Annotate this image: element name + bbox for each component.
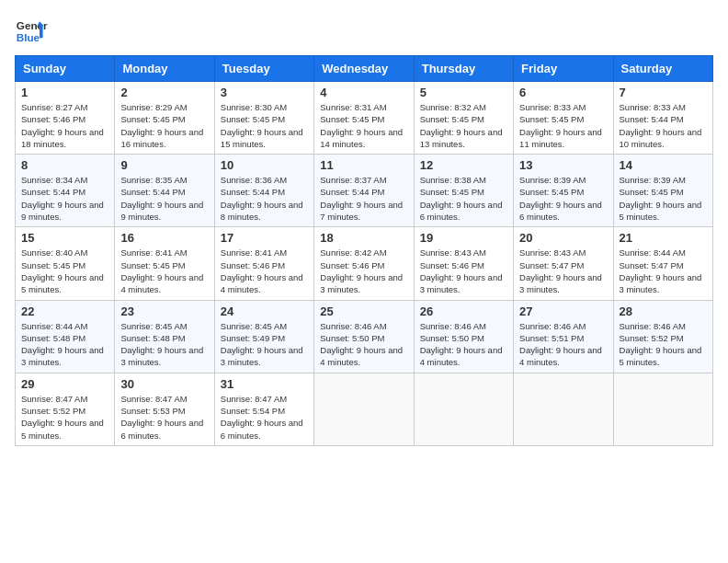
day-number: 1: [21, 86, 108, 99]
cell-content: Sunrise: 8:32 AM Sunset: 5:45 PM Dayligh…: [420, 101, 507, 150]
day-number: 30: [120, 377, 208, 391]
cell-content: Sunrise: 8:41 AM Sunset: 5:46 PM Dayligh…: [221, 247, 308, 295]
calendar-cell: 28 Sunrise: 8:46 AM Sunset: 5:52 PM Dayl…: [613, 300, 712, 373]
calendar-cell: 11 Sunrise: 8:37 AM Sunset: 5:44 PM Dayl…: [314, 155, 414, 227]
day-number: 19: [420, 231, 507, 245]
calendar-cell: [514, 373, 613, 445]
calendar-cell: 29 Sunrise: 8:47 AM Sunset: 5:52 PM Dayl…: [16, 373, 115, 445]
cell-content: Sunrise: 8:41 AM Sunset: 5:45 PM Dayligh…: [120, 247, 208, 295]
cell-content: Sunrise: 8:33 AM Sunset: 5:44 PM Dayligh…: [620, 101, 707, 150]
cell-content: Sunrise: 8:43 AM Sunset: 5:47 PM Dayligh…: [519, 247, 607, 295]
cell-content: Sunrise: 8:42 AM Sunset: 5:46 PM Dayligh…: [320, 247, 407, 295]
calendar-cell: 3 Sunrise: 8:30 AM Sunset: 5:45 PM Dayli…: [214, 82, 313, 155]
calendar-cell: 4 Sunrise: 8:31 AM Sunset: 5:45 PM Dayli…: [314, 82, 414, 155]
calendar-cell: 10 Sunrise: 8:36 AM Sunset: 5:44 PM Dayl…: [214, 155, 313, 227]
day-number: 27: [519, 304, 607, 318]
day-header-friday: Friday: [514, 56, 613, 82]
cell-content: Sunrise: 8:27 AM Sunset: 5:46 PM Dayligh…: [21, 101, 108, 150]
calendar-cell: 1 Sunrise: 8:27 AM Sunset: 5:46 PM Dayli…: [16, 82, 115, 155]
day-number: 11: [320, 158, 407, 172]
calendar-cell: 23 Sunrise: 8:45 AM Sunset: 5:48 PM Dayl…: [115, 300, 214, 373]
calendar-cell: [613, 373, 712, 445]
day-number: 29: [21, 377, 108, 391]
calendar-table: SundayMondayTuesdayWednesdayThursdayFrid…: [15, 55, 713, 446]
cell-content: Sunrise: 8:31 AM Sunset: 5:45 PM Dayligh…: [320, 101, 407, 150]
calendar-cell: 14 Sunrise: 8:39 AM Sunset: 5:45 PM Dayl…: [613, 155, 712, 227]
day-header-monday: Monday: [115, 56, 214, 82]
cell-content: Sunrise: 8:47 AM Sunset: 5:53 PM Dayligh…: [120, 393, 208, 442]
calendar-cell: 31 Sunrise: 8:47 AM Sunset: 5:54 PM Dayl…: [214, 373, 313, 445]
day-number: 4: [320, 86, 407, 99]
calendar-week-4: 22 Sunrise: 8:44 AM Sunset: 5:48 PM Dayl…: [16, 300, 713, 373]
day-header-sunday: Sunday: [16, 56, 115, 82]
day-number: 13: [519, 158, 607, 172]
day-number: 18: [320, 231, 407, 245]
cell-content: Sunrise: 8:47 AM Sunset: 5:54 PM Dayligh…: [221, 393, 308, 442]
day-number: 23: [120, 304, 208, 318]
cell-content: Sunrise: 8:29 AM Sunset: 5:45 PM Dayligh…: [120, 101, 208, 150]
calendar-header-row: SundayMondayTuesdayWednesdayThursdayFrid…: [16, 56, 713, 82]
day-number: 6: [519, 86, 607, 99]
calendar-cell: 21 Sunrise: 8:44 AM Sunset: 5:47 PM Dayl…: [613, 227, 712, 300]
cell-content: Sunrise: 8:44 AM Sunset: 5:47 PM Dayligh…: [620, 247, 707, 295]
day-number: 31: [221, 377, 308, 391]
cell-content: Sunrise: 8:34 AM Sunset: 5:44 PM Dayligh…: [21, 174, 108, 223]
cell-content: Sunrise: 8:37 AM Sunset: 5:44 PM Dayligh…: [320, 174, 407, 223]
cell-content: Sunrise: 8:44 AM Sunset: 5:48 PM Dayligh…: [21, 320, 108, 369]
calendar-cell: 26 Sunrise: 8:46 AM Sunset: 5:50 PM Dayl…: [414, 300, 513, 373]
cell-content: Sunrise: 8:39 AM Sunset: 5:45 PM Dayligh…: [620, 174, 707, 223]
calendar-cell: 2 Sunrise: 8:29 AM Sunset: 5:45 PM Dayli…: [115, 82, 214, 155]
day-number: 24: [221, 304, 308, 318]
svg-text:Blue: Blue: [17, 31, 40, 43]
day-header-saturday: Saturday: [613, 56, 712, 82]
calendar-cell: 6 Sunrise: 8:33 AM Sunset: 5:45 PM Dayli…: [514, 82, 613, 155]
day-number: 9: [120, 158, 208, 172]
calendar-week-1: 1 Sunrise: 8:27 AM Sunset: 5:46 PM Dayli…: [16, 82, 713, 155]
calendar-cell: 22 Sunrise: 8:44 AM Sunset: 5:48 PM Dayl…: [16, 300, 115, 373]
day-number: 25: [320, 304, 407, 318]
day-number: 10: [221, 158, 308, 172]
cell-content: Sunrise: 8:47 AM Sunset: 5:52 PM Dayligh…: [21, 393, 108, 442]
calendar-week-2: 8 Sunrise: 8:34 AM Sunset: 5:44 PM Dayli…: [16, 155, 713, 227]
day-header-thursday: Thursday: [414, 56, 513, 82]
day-number: 21: [620, 231, 707, 245]
day-number: 15: [21, 231, 108, 245]
cell-content: Sunrise: 8:43 AM Sunset: 5:46 PM Dayligh…: [420, 247, 507, 295]
calendar-cell: 8 Sunrise: 8:34 AM Sunset: 5:44 PM Dayli…: [16, 155, 115, 227]
calendar-cell: 27 Sunrise: 8:46 AM Sunset: 5:51 PM Dayl…: [514, 300, 613, 373]
calendar-cell: 13 Sunrise: 8:39 AM Sunset: 5:45 PM Dayl…: [514, 155, 613, 227]
cell-content: Sunrise: 8:46 AM Sunset: 5:51 PM Dayligh…: [519, 320, 607, 369]
calendar-cell: 16 Sunrise: 8:41 AM Sunset: 5:45 PM Dayl…: [115, 227, 214, 300]
cell-content: Sunrise: 8:46 AM Sunset: 5:50 PM Dayligh…: [420, 320, 507, 369]
calendar-week-3: 15 Sunrise: 8:40 AM Sunset: 5:45 PM Dayl…: [16, 227, 713, 300]
day-header-tuesday: Tuesday: [214, 56, 313, 82]
day-number: 16: [120, 231, 208, 245]
page-header: General Blue: [15, 15, 713, 48]
logo: General Blue: [15, 15, 48, 48]
calendar-cell: 17 Sunrise: 8:41 AM Sunset: 5:46 PM Dayl…: [214, 227, 313, 300]
logo-icon: General Blue: [15, 15, 48, 48]
calendar-week-5: 29 Sunrise: 8:47 AM Sunset: 5:52 PM Dayl…: [16, 373, 713, 445]
cell-content: Sunrise: 8:30 AM Sunset: 5:45 PM Dayligh…: [221, 101, 308, 150]
cell-content: Sunrise: 8:46 AM Sunset: 5:52 PM Dayligh…: [620, 320, 707, 369]
day-number: 17: [221, 231, 308, 245]
cell-content: Sunrise: 8:46 AM Sunset: 5:50 PM Dayligh…: [320, 320, 407, 369]
day-number: 28: [620, 304, 707, 318]
calendar-cell: [314, 373, 414, 445]
day-number: 12: [420, 158, 507, 172]
cell-content: Sunrise: 8:35 AM Sunset: 5:44 PM Dayligh…: [120, 174, 208, 223]
calendar-cell: 12 Sunrise: 8:38 AM Sunset: 5:45 PM Dayl…: [414, 155, 513, 227]
day-number: 22: [21, 304, 108, 318]
calendar-cell: 20 Sunrise: 8:43 AM Sunset: 5:47 PM Dayl…: [514, 227, 613, 300]
day-number: 2: [120, 86, 208, 99]
calendar-cell: [414, 373, 513, 445]
day-number: 26: [420, 304, 507, 318]
day-number: 3: [221, 86, 308, 99]
calendar-cell: 25 Sunrise: 8:46 AM Sunset: 5:50 PM Dayl…: [314, 300, 414, 373]
day-number: 7: [620, 86, 707, 99]
cell-content: Sunrise: 8:39 AM Sunset: 5:45 PM Dayligh…: [519, 174, 607, 223]
cell-content: Sunrise: 8:45 AM Sunset: 5:49 PM Dayligh…: [221, 320, 308, 369]
calendar-cell: 24 Sunrise: 8:45 AM Sunset: 5:49 PM Dayl…: [214, 300, 313, 373]
cell-content: Sunrise: 8:36 AM Sunset: 5:44 PM Dayligh…: [221, 174, 308, 223]
day-number: 20: [519, 231, 607, 245]
